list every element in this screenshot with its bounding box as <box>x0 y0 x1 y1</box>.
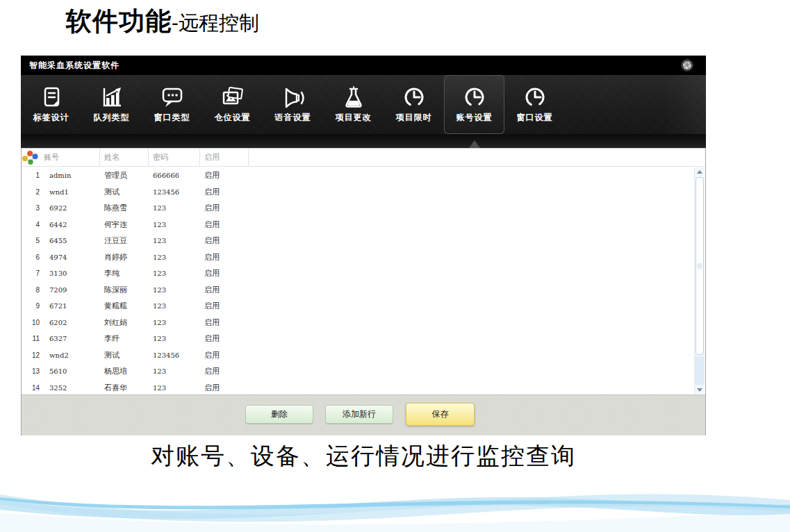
table-row[interactable]: 116327李纤123启用 <box>22 331 694 347</box>
toolbar-item-label-design[interactable]: 标签设计 <box>21 75 81 134</box>
toolbar-bottom-strip <box>21 134 706 148</box>
toolbar-item-label: 仓位设置 <box>215 112 251 124</box>
clock-icon <box>522 86 548 110</box>
toolbar-item-project-change[interactable]: 项目更改 <box>323 75 384 134</box>
column-header-password[interactable]: 密码 <box>149 149 200 166</box>
toolbar-item-window-setting[interactable]: 窗口设置 <box>504 75 565 134</box>
toolbar-item-label: 窗口类型 <box>154 112 190 124</box>
scrollbar-thumb[interactable] <box>696 177 704 355</box>
selected-item-pointer <box>469 140 480 148</box>
cell-name: 李纯 <box>100 268 149 279</box>
toolbar-item-account-setting[interactable]: 账号设置 <box>444 75 504 134</box>
delete-button[interactable]: 删除 <box>245 405 313 424</box>
table-row[interactable]: 135610杨思培123启用 <box>22 363 694 380</box>
scrollbar-down-arrow[interactable] <box>695 385 705 394</box>
scrollbar-track-lower[interactable] <box>695 356 705 385</box>
molecule-users-icon <box>22 149 40 167</box>
cell-password: 123456 <box>149 188 200 196</box>
save-button[interactable]: 保存 <box>406 403 475 426</box>
toolbar-item-bin-setting[interactable]: 仓位设置 <box>202 75 263 134</box>
cell-account: 6721 <box>40 302 100 310</box>
cell-enabled: 启用 <box>200 219 249 230</box>
cell-account: 3130 <box>40 269 100 277</box>
triangle-down-icon <box>697 388 702 392</box>
cell-password: 123 <box>149 286 200 294</box>
cell-password: 123 <box>149 269 200 277</box>
cell-password: 123 <box>149 384 200 392</box>
vertical-scrollbar[interactable] <box>694 167 705 394</box>
cell-account: 3252 <box>40 384 100 392</box>
cell-name: 管理员 <box>100 170 149 181</box>
toolbar-item-label: 队列类型 <box>94 112 130 124</box>
toolbar-item-label: 语音设置 <box>275 112 311 124</box>
window-titlebar: 智能采血系统设置软件 <box>21 56 706 75</box>
table-row[interactable]: 73130李纯123启用 <box>22 265 694 282</box>
speech-bubble-icon <box>159 86 186 110</box>
cell-password: 666666 <box>149 172 200 179</box>
toolbar-item-voice-setting[interactable]: 语音设置 <box>263 75 323 134</box>
add-row-button[interactable]: 添加新行 <box>325 405 393 424</box>
cell-row-number: 2 <box>22 188 40 196</box>
cell-row-number: 6 <box>22 253 40 261</box>
cell-row-number: 12 <box>22 351 40 359</box>
cell-row-number: 8 <box>22 286 40 294</box>
scrollbar-grip-icon <box>698 264 702 269</box>
toolbar-item-label: 账号设置 <box>456 112 493 124</box>
cell-enabled: 启用 <box>200 285 249 295</box>
table-row[interactable]: 36922陈燕雪123启用 <box>22 200 694 217</box>
cell-enabled: 启用 <box>200 366 249 376</box>
cell-password: 123 <box>149 204 200 212</box>
table-row[interactable]: 1admin管理员666666启用 <box>22 167 694 184</box>
column-header-name[interactable]: 姓名 <box>100 149 149 166</box>
toolbar-item-label: 标签设计 <box>33 112 69 124</box>
label-design-icon <box>38 86 65 110</box>
cell-account: wnd1 <box>40 188 100 196</box>
cell-row-number: 10 <box>22 319 40 326</box>
toolbar: 标签设计 队列类型 窗口类型 仓位设置 语音设置 项目更改 项目 <box>21 75 706 134</box>
table-row[interactable]: 64974肖婷婷123启用 <box>22 249 694 266</box>
toolbar-item-label: 项目限时 <box>396 112 432 124</box>
table-body: 1admin管理员666666启用2wnd1测试123456启用36922陈燕雪… <box>22 167 694 394</box>
table-row[interactable]: 12wnd2测试123456启用 <box>22 347 694 364</box>
shutter-gear-icon[interactable] <box>681 59 693 72</box>
column-header-account[interactable]: 账号 <box>40 149 100 166</box>
cell-enabled: 启用 <box>200 333 249 344</box>
cell-account: 6922 <box>40 204 100 212</box>
slide: 软件功能-远程控制 智能采血系统设置软件 标签设计 队列类型 <box>0 0 790 532</box>
button-panel: 删除 添加新行 保存 <box>22 394 705 435</box>
table-header-row: 账号 姓名 密码 启用 <box>22 149 705 167</box>
cell-row-number: 9 <box>22 302 40 310</box>
table-row[interactable]: 106202刘红娟123启用 <box>22 315 694 331</box>
cell-row-number: 4 <box>22 221 40 228</box>
cell-row-number: 14 <box>22 384 40 392</box>
cell-enabled: 启用 <box>200 203 249 213</box>
table-row[interactable]: 56455汪豆豆123启用 <box>22 233 694 249</box>
page-title: 软件功能-远程控制 <box>66 4 259 39</box>
toolbar-item-project-time-limit[interactable]: 项目限时 <box>384 75 444 134</box>
table-row[interactable]: 143252石喜华123启用 <box>22 380 694 395</box>
toolbar-item-window-type[interactable]: 窗口类型 <box>142 75 202 134</box>
table-row[interactable]: 46442何宇连123启用 <box>22 217 694 233</box>
cell-account: 6455 <box>40 237 100 244</box>
page-title-sub: -远程控制 <box>172 11 259 35</box>
speaker-icon <box>280 86 306 110</box>
flask-icon <box>340 86 367 110</box>
cell-row-number: 5 <box>22 237 40 244</box>
cell-enabled: 启用 <box>200 268 249 279</box>
cell-name: 刘红娟 <box>100 317 149 328</box>
scrollbar-up-arrow[interactable] <box>695 167 705 176</box>
toolbar-item-queue-type[interactable]: 队列类型 <box>81 75 142 134</box>
cell-password: 123 <box>149 302 200 310</box>
table-row[interactable]: 96721黄糯糯123启用 <box>22 298 694 315</box>
window-title: 智能采血系统设置软件 <box>29 60 120 72</box>
page-title-main: 软件功能 <box>66 6 172 36</box>
column-header-enabled[interactable]: 启用 <box>200 149 249 166</box>
cell-enabled: 启用 <box>200 350 249 360</box>
table-row[interactable]: 87209陈深丽123启用 <box>22 282 694 299</box>
cell-account: 5610 <box>40 367 100 375</box>
cell-row-number: 13 <box>22 367 40 375</box>
table-row[interactable]: 2wnd1测试123456启用 <box>22 184 694 201</box>
cell-enabled: 启用 <box>200 252 249 263</box>
cell-name: 陈深丽 <box>100 285 149 295</box>
triangle-up-icon <box>697 170 702 174</box>
